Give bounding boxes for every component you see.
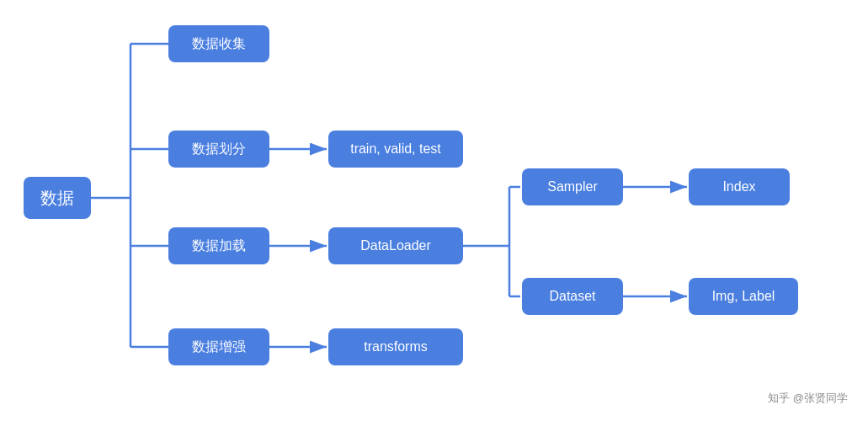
diagram: 数据 数据收集 数据划分 数据加载 数据增强 train, valid, tes… — [0, 0, 868, 421]
node-load: 数据加载 — [168, 227, 269, 264]
node-data: 数据 — [24, 177, 91, 219]
node-index: Index — [689, 168, 790, 205]
node-trainvaltest: train, valid, test — [328, 131, 463, 168]
node-imglabel: Img, Label — [689, 278, 798, 315]
node-split: 数据划分 — [168, 131, 269, 168]
node-augment: 数据增强 — [168, 328, 269, 365]
node-dataset: Dataset — [522, 278, 623, 315]
node-dataloader: DataLoader — [328, 227, 463, 264]
watermark: 知乎 @张贤同学 — [768, 391, 848, 406]
node-sampler: Sampler — [522, 168, 623, 205]
node-collect: 数据收集 — [168, 25, 269, 62]
node-transforms: transforms — [328, 328, 463, 365]
